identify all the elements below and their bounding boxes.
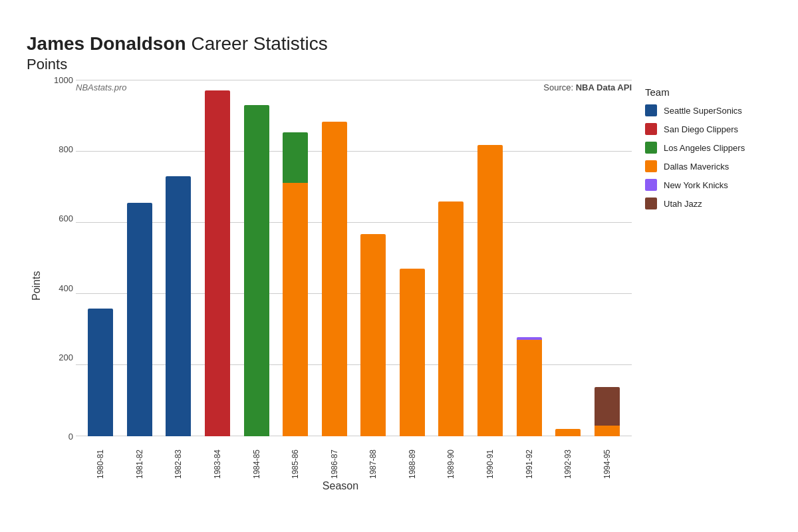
x-label: 1987-88	[354, 439, 393, 479]
x-label: 1980-81	[81, 439, 120, 479]
bar-segment	[88, 309, 113, 436]
legend-item: San Diego Clippers	[645, 123, 765, 135]
bar-segment	[166, 176, 191, 436]
bar-col	[315, 80, 354, 436]
legend-item: Utah Jazz	[645, 198, 765, 209]
legend: Team Seattle SuperSonicsSan Diego Clippe…	[632, 80, 771, 492]
bar-col	[120, 80, 160, 436]
grid-and-bars: 10008006004002000	[49, 80, 632, 436]
bar-col	[354, 80, 393, 436]
season-label: 1989-90	[446, 439, 456, 479]
season-label: 1987-88	[368, 439, 378, 479]
x-label: 1984-85	[237, 439, 276, 479]
season-label: 1984-85	[252, 439, 261, 479]
chart-container: James Donaldson Career Statistics Points…	[13, 13, 785, 519]
bar-segment	[283, 183, 308, 436]
bar-col	[471, 80, 510, 436]
y-tick: 600	[59, 213, 76, 223]
bar-segment	[438, 201, 464, 436]
season-label: 1982-83	[174, 439, 183, 479]
legend-item: New York Knicks	[645, 179, 765, 191]
season-label: 1983-84	[213, 439, 222, 479]
bar-segment	[322, 122, 347, 436]
x-labels: 1980-811981-821982-831983-841984-851985-…	[49, 439, 632, 479]
title-block: James Donaldson Career Statistics Points	[27, 33, 771, 73]
bar-segment	[360, 234, 386, 436]
bar-col	[549, 80, 588, 436]
season-label: 1992-93	[563, 439, 573, 479]
bar-segment	[595, 426, 620, 436]
y-tick-labels: 10008006004002000	[49, 80, 76, 436]
legend-swatch	[645, 179, 657, 191]
legend-swatch	[645, 160, 657, 172]
season-label: 1986-87	[330, 439, 339, 479]
season-label: 1980-81	[96, 439, 105, 479]
y-axis-label: Points	[27, 80, 47, 492]
y-tick: 800	[59, 144, 76, 154]
bar-segment	[517, 340, 542, 436]
bar-col	[432, 80, 471, 436]
legend-swatch	[645, 104, 657, 116]
bar-segment	[244, 105, 269, 436]
season-label: 1988-89	[408, 439, 417, 479]
bar-segment	[127, 203, 152, 436]
x-label: 1992-93	[549, 439, 588, 479]
season-label: 1990-91	[485, 439, 495, 479]
legend-label: San Diego Clippers	[664, 124, 738, 134]
bar-col	[198, 80, 237, 436]
bar-col	[159, 80, 198, 436]
legend-label: Dallas Mavericks	[664, 162, 729, 172]
bar-segment	[595, 387, 620, 426]
season-label: 1985-86	[291, 439, 300, 479]
bar-col	[81, 80, 120, 436]
bars-row	[76, 80, 632, 436]
season-label: 1981-82	[135, 439, 144, 479]
chart-subtitle: Points	[27, 56, 771, 73]
season-label: 1994-95	[602, 439, 612, 479]
legend-item: Seattle SuperSonics	[645, 104, 765, 116]
x-label: 1986-87	[315, 439, 354, 479]
x-label: 1983-84	[198, 439, 237, 479]
x-axis-title: Season	[49, 480, 632, 492]
bar-segment	[205, 90, 230, 436]
y-tick: 200	[59, 352, 76, 362]
x-label: 1988-89	[393, 439, 432, 479]
x-label: 1982-83	[159, 439, 198, 479]
season-label: 1991-92	[525, 439, 534, 479]
x-label: 1985-86	[276, 439, 315, 479]
legend-title: Team	[645, 86, 765, 98]
legend-swatch	[645, 123, 657, 135]
bar-segment	[555, 429, 581, 436]
chart-title: James Donaldson Career Statistics	[27, 33, 771, 55]
x-label: 1990-91	[471, 439, 510, 479]
legend-label: Utah Jazz	[664, 199, 702, 209]
bar-col	[393, 80, 432, 436]
chart-title-suffix: Career Statistics	[186, 33, 328, 54]
x-label: 1991-92	[509, 439, 549, 479]
legend-swatch	[645, 198, 657, 209]
chart-area: Points NBAstats.pro Source: NBA Data API…	[27, 80, 771, 492]
x-label: 1981-82	[120, 439, 160, 479]
legend-label: Los Angeles Clippers	[664, 143, 745, 153]
legend-label: Seattle SuperSonics	[664, 106, 742, 116]
bar-segment	[283, 132, 308, 183]
y-tick: 1000	[54, 75, 76, 85]
bar-segment	[477, 145, 503, 436]
y-tick: 400	[59, 283, 76, 293]
legend-item: Los Angeles Clippers	[645, 142, 765, 154]
bar-col	[276, 80, 315, 436]
plot-area: NBAstats.pro Source: NBA Data API 100080…	[49, 80, 632, 492]
legend-label: New York Knicks	[664, 180, 728, 190]
legend-item: Dallas Mavericks	[645, 160, 765, 172]
legend-swatch	[645, 142, 657, 154]
player-name: James Donaldson	[27, 33, 186, 54]
bar-col	[509, 80, 549, 436]
bar-segment	[400, 269, 425, 436]
x-label: 1989-90	[432, 439, 471, 479]
plot-and-legend: NBAstats.pro Source: NBA Data API 100080…	[49, 80, 771, 492]
bar-col	[237, 80, 276, 436]
bar-col	[588, 80, 627, 436]
x-label: 1994-95	[588, 439, 627, 479]
